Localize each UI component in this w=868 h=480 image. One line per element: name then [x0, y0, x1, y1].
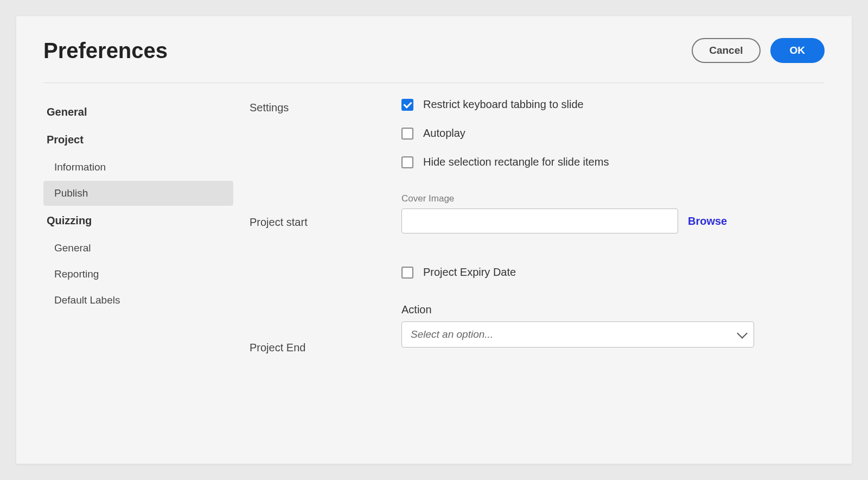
dialog-body: General Project Information Publish Quiz…: [43, 83, 825, 354]
section-label-settings: Settings: [250, 98, 401, 114]
section-label-project-end: Project End: [250, 342, 401, 354]
content-area: Settings Project start Project End Restr…: [233, 98, 825, 354]
project-expiry-checkbox[interactable]: [401, 267, 413, 279]
sidebar-item-publish[interactable]: Publish: [43, 181, 233, 206]
restrict-tabbing-checkbox[interactable]: [401, 99, 413, 111]
project-expiry-row: Project Expiry Date: [401, 266, 825, 279]
sidebar-item-default-labels[interactable]: Default Labels: [43, 288, 233, 313]
sidebar: General Project Information Publish Quiz…: [43, 98, 233, 354]
restrict-tabbing-label: Restrict keyboard tabbing to slide: [423, 98, 584, 111]
action-select[interactable]: Select an option...: [401, 321, 754, 348]
project-expiry-label: Project Expiry Date: [423, 266, 516, 279]
sidebar-item-reporting[interactable]: Reporting: [43, 262, 233, 287]
sidebar-section-project[interactable]: Project: [43, 126, 233, 154]
ok-button[interactable]: OK: [770, 38, 825, 63]
section-labels-column: Settings Project start Project End: [250, 98, 401, 354]
preferences-dialog: Preferences Cancel OK General Project In…: [16, 16, 852, 464]
action-label: Action: [401, 304, 825, 316]
sidebar-section-quizzing[interactable]: Quizzing: [43, 207, 233, 235]
cover-image-input[interactable]: [401, 209, 678, 233]
browse-link[interactable]: Browse: [688, 215, 727, 228]
sidebar-item-information[interactable]: Information: [43, 155, 233, 180]
sidebar-item-quiz-general[interactable]: General: [43, 236, 233, 261]
dialog-title: Preferences: [43, 39, 168, 63]
hide-selection-row: Hide selection rectangle for slide items: [401, 156, 825, 168]
chevron-down-icon: [737, 328, 748, 339]
restrict-tabbing-row: Restrict keyboard tabbing to slide: [401, 98, 825, 111]
sidebar-section-general[interactable]: General: [43, 98, 233, 126]
action-block: Action Select an option...: [401, 304, 825, 348]
hide-selection-label: Hide selection rectangle for slide items: [423, 156, 609, 168]
cover-image-block: Cover Image Browse: [401, 193, 825, 233]
cover-image-label: Cover Image: [401, 193, 825, 204]
autoplay-label: Autoplay: [423, 127, 465, 140]
action-select-placeholder: Select an option...: [411, 329, 493, 340]
cancel-button[interactable]: Cancel: [692, 38, 760, 63]
fields-column: Restrict keyboard tabbing to slide Autop…: [401, 98, 825, 354]
dialog-header: Preferences Cancel OK: [43, 38, 825, 83]
section-label-project-start: Project start: [250, 216, 401, 229]
autoplay-row: Autoplay: [401, 127, 825, 140]
hide-selection-checkbox[interactable]: [401, 156, 413, 168]
header-buttons: Cancel OK: [692, 38, 825, 63]
autoplay-checkbox[interactable]: [401, 128, 413, 140]
cover-image-input-row: Browse: [401, 209, 825, 233]
